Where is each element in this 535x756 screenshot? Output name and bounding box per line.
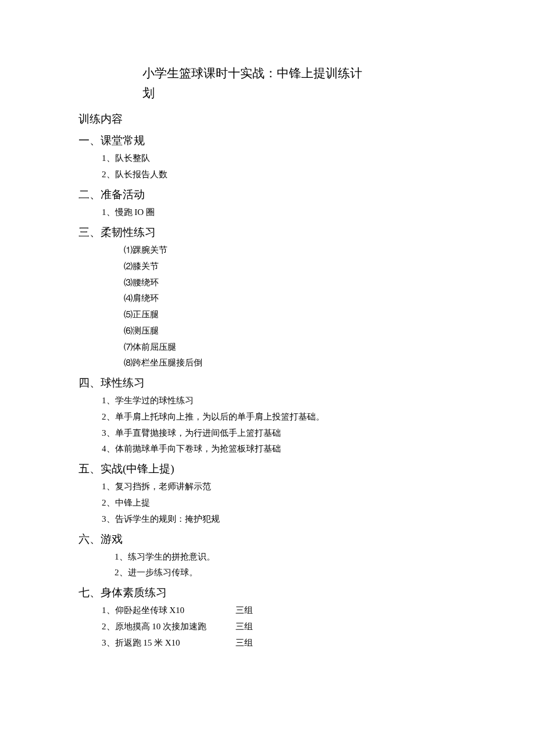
list-item: 4、体前抛球单手向下卷球，为抢篮板球打基础 <box>79 441 456 457</box>
list-item: ⑴踝腕关节 <box>79 242 456 259</box>
section-1-heading: 一、课堂常规 <box>79 130 456 151</box>
exercise-label: 3、折返跑 15 米 X10 <box>102 635 236 651</box>
section-4-heading: 四、球性练习 <box>79 372 456 393</box>
section-3-heading: 三、柔韧性练习 <box>79 222 456 242</box>
list-item: ⑸正压腿 <box>79 307 456 323</box>
list-item: ⑷肩绕环 <box>79 291 456 307</box>
list-item: 1、队长整队 <box>79 151 456 167</box>
list-item: 3、告诉学生的规则：掩护犯规 <box>79 511 456 528</box>
document-title: 小学生篮球课时十实战：中锋上提训练计划 <box>79 64 456 103</box>
list-item: 2、队长报告人数 <box>79 167 456 183</box>
content-label: 训练内容 <box>79 109 456 129</box>
list-item: 3、单手直臂抛接球，为行进间低手上篮打基础 <box>79 425 456 442</box>
exercise-label: 1、仰卧起坐传球 X10 <box>102 603 236 619</box>
section-6-heading: 六、游戏 <box>79 529 456 549</box>
exercise-item: 2、原地摸高 10 次接加速跑 三组 <box>79 619 456 635</box>
section-2-heading: 二、准备活动 <box>79 184 456 205</box>
list-item: ⑵膝关节 <box>79 259 456 275</box>
list-item: 1、学生学过的球性练习 <box>79 393 456 409</box>
section-5-heading: 五、实战(中锋上提) <box>79 458 456 479</box>
list-item: ⑶腰绕环 <box>79 275 456 291</box>
list-item: ⑺体前屈压腿 <box>79 339 456 356</box>
exercise-label: 2、原地摸高 10 次接加速跑 <box>102 619 236 635</box>
list-item: 2、中锋上提 <box>79 495 456 511</box>
exercise-item: 3、折返跑 15 米 X10 三组 <box>79 635 456 651</box>
exercise-group: 三组 <box>236 603 253 619</box>
list-item: ⑻跨栏坐压腿接后倒 <box>79 355 456 371</box>
list-item: 2、进一步练习传球。 <box>79 565 456 581</box>
list-item: 1、慢跑 IO 圈 <box>79 205 456 221</box>
exercise-item: 1、仰卧起坐传球 X10 三组 <box>79 603 456 619</box>
list-item: 1、练习学生的拼抢意识。 <box>79 549 456 565</box>
exercise-group: 三组 <box>236 635 253 651</box>
exercise-group: 三组 <box>236 619 253 635</box>
list-item: ⑹测压腿 <box>79 323 456 339</box>
list-item: 2、单手肩上托球向上推，为以后的单手肩上投篮打基础。 <box>79 409 456 425</box>
section-7-heading: 七、身体素质练习 <box>79 582 456 603</box>
list-item: 1、复习挡拆，老师讲解示范 <box>79 479 456 495</box>
